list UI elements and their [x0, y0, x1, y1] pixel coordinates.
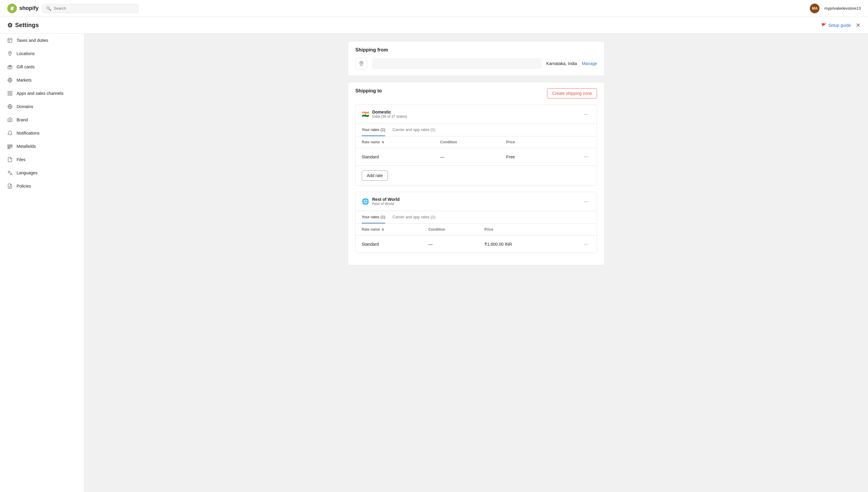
tab-carrier-rates-row[interactable]: Carrier and app rates (1)	[392, 211, 435, 223]
sidebar-item-files[interactable]: Files	[0, 153, 84, 166]
sidebar-label-domains: Domains	[17, 104, 33, 109]
svg-rect-12	[8, 148, 10, 149]
col-rate-name-row: Rate name ⇅	[356, 224, 422, 236]
bell-icon	[7, 130, 13, 136]
sidebar-item-gift-cards[interactable]: Gift cards	[0, 60, 84, 73]
shipping-from-title: Shipping from	[355, 47, 597, 53]
shopify-logo: shopify	[7, 4, 39, 13]
domains-icon	[7, 104, 13, 109]
svg-point-15	[361, 62, 362, 64]
settings-title-text: Settings	[15, 22, 39, 29]
col-price-row: Price	[478, 224, 555, 236]
table-row: Standard — Free ···	[356, 148, 597, 166]
close-button[interactable]: ✕	[855, 22, 861, 29]
price-cell: Free	[500, 148, 548, 166]
domestic-tabs: Your rates (1) Carrier and app rates (1)	[356, 124, 597, 137]
topbar-right: MA myprivatedevstore13	[810, 4, 861, 13]
sidebar-item-apps[interactable]: Apps and sales channels	[0, 87, 84, 100]
domestic-more-button[interactable]: ···	[581, 110, 591, 119]
svg-rect-7	[10, 94, 12, 95]
svg-rect-6	[8, 94, 9, 95]
policies-icon	[7, 183, 13, 189]
brand-icon	[7, 117, 13, 123]
rate-actions-cell: ···	[548, 148, 597, 166]
rest-of-world-more-button[interactable]: ···	[581, 197, 591, 206]
languages-icon	[7, 170, 13, 176]
svg-rect-10	[8, 145, 13, 146]
settings-title-group: ⚙ Settings	[7, 22, 39, 29]
tab-carrier-rates-domestic[interactable]: Carrier and app rates (1)	[392, 124, 435, 136]
india-flag-icon: 🇮🇳	[362, 110, 369, 118]
rest-of-world-zone-name: Rest of World	[372, 197, 400, 202]
sidebar-label-taxes: Taxes and duties	[17, 38, 48, 43]
location-bar	[372, 58, 541, 69]
shipping-from-row: Karnataka, India Manage	[355, 57, 597, 70]
files-icon	[7, 156, 13, 163]
sidebar-item-markets[interactable]: Markets	[0, 73, 84, 87]
sidebar-label-markets: Markets	[17, 78, 32, 82]
col-condition-row: Condition	[422, 224, 478, 236]
world-icon: 🌐	[362, 198, 369, 205]
location-icon	[7, 51, 13, 57]
col-actions-domestic	[548, 137, 597, 148]
sidebar-item-domains[interactable]: Domains	[0, 100, 84, 113]
main-content: Shipping from Karnataka, India Manage	[85, 34, 868, 492]
tab-your-rates-row[interactable]: Your rates (1)	[362, 211, 385, 223]
sidebar-item-brand[interactable]: Brand	[0, 113, 84, 126]
sort-icon-domestic: ⇅	[381, 141, 384, 144]
topbar-left: shopify 🔍 Search	[7, 4, 139, 13]
shipping-to-card: Shipping to Create shipping zone 🇮🇳 Dome…	[348, 82, 605, 265]
settings-header-actions: 🚩 Setup guide ✕	[821, 22, 861, 29]
sidebar-label-policies: Policies	[17, 184, 31, 189]
store-name: myprivatedevstore13	[824, 6, 861, 10]
domestic-zone-header: 🇮🇳 Domestic India (36 of 37 states) ···	[356, 105, 597, 124]
tab-your-rates-domestic[interactable]: Your rates (1)	[362, 124, 385, 136]
col-rate-name-domestic: Rate name ⇅	[356, 137, 434, 148]
sidebar-label-gift-cards: Gift cards	[17, 65, 35, 69]
rate-name-cell-row: Standard	[356, 236, 422, 253]
rate-more-button-row[interactable]: ···	[581, 240, 591, 248]
sidebar-label-languages: Languages	[17, 170, 38, 175]
rest-of-world-rates-table: Rate name ⇅ Condition Price Standard —	[356, 224, 597, 253]
domestic-zone: 🇮🇳 Domestic India (36 of 37 states) ··· …	[355, 104, 597, 186]
price-cell-row: ₹1,600.00 INR	[478, 236, 555, 253]
domestic-zone-sub: India (36 of 37 states)	[372, 115, 407, 119]
avatar: MA	[810, 4, 819, 13]
search-icon: 🔍	[46, 6, 51, 11]
sidebar-item-languages[interactable]: Languages	[0, 166, 84, 179]
col-actions-row	[555, 224, 597, 236]
rest-of-world-zone-sub: Rest of World	[372, 202, 400, 206]
sidebar-item-metafields[interactable]: Metafields	[0, 140, 84, 153]
sidebar-label-files: Files	[17, 157, 26, 162]
svg-point-1	[9, 52, 10, 54]
search-bar[interactable]: 🔍 Search	[42, 4, 139, 13]
create-shipping-zone-button[interactable]: Create shipping zone	[547, 88, 597, 98]
sidebar-label-metafields: Metafields	[17, 144, 36, 149]
metafields-icon	[7, 143, 13, 149]
svg-rect-4	[8, 91, 9, 93]
svg-rect-0	[8, 38, 12, 43]
apps-icon	[7, 90, 13, 96]
rate-more-button[interactable]: ···	[581, 152, 591, 161]
location-text: Karnataka, India	[546, 61, 577, 66]
main-layout: Taxes and duties Locations Gift cards Ma…	[0, 34, 868, 492]
sidebar-item-taxes[interactable]: Taxes and duties	[0, 34, 84, 47]
flag-icon: 🚩	[821, 23, 826, 28]
logo-icon	[7, 4, 17, 13]
sidebar-item-locations[interactable]: Locations	[0, 47, 84, 60]
manage-link[interactable]: Manage	[582, 61, 597, 66]
condition-cell: —	[434, 148, 500, 166]
sidebar-item-notifications[interactable]: Notifications	[0, 126, 84, 140]
sidebar-label-apps: Apps and sales channels	[17, 91, 64, 96]
sidebar-label-notifications: Notifications	[17, 131, 40, 136]
markets-icon	[7, 77, 13, 83]
search-placeholder: Search	[54, 6, 66, 10]
add-rate-button[interactable]: Add rate	[362, 170, 388, 181]
setup-guide-button[interactable]: 🚩 Setup guide	[821, 23, 851, 28]
sidebar-item-policies[interactable]: Policies	[0, 179, 84, 193]
col-condition-domestic: Condition	[434, 137, 500, 148]
rest-of-world-tabs: Your rates (1) Carrier and app rates (1)	[356, 211, 597, 224]
sidebar-label-brand: Brand	[17, 118, 28, 122]
shipping-from-card: Shipping from Karnataka, India Manage	[348, 41, 605, 76]
gift-icon	[7, 64, 13, 70]
